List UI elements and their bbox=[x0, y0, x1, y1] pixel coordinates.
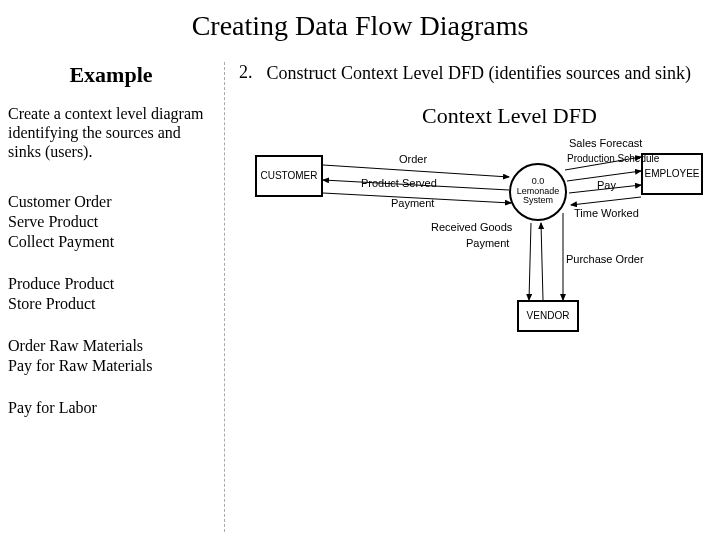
svg-line-6 bbox=[571, 197, 641, 205]
entity-vendor-label: VENDOR bbox=[527, 310, 570, 321]
svg-line-0 bbox=[323, 165, 509, 177]
context-dfd-diagram: CUSTOMER EMPLOYEE VENDOR 0.0 Lemonade Sy… bbox=[241, 135, 711, 395]
flow-purchase-order: Purchase Order bbox=[566, 253, 644, 265]
flow-order: Order bbox=[399, 153, 427, 165]
intro-text: Create a context level diagram identifyi… bbox=[8, 104, 214, 162]
flow-pay: Pay bbox=[597, 179, 616, 191]
flow-product-served: Product Served bbox=[361, 177, 437, 189]
flow-production-schedule: Production Schedule bbox=[567, 153, 659, 164]
flow-payment: Payment bbox=[391, 197, 434, 209]
activity-block-materials: Order Raw MaterialsPay for Raw Materials bbox=[8, 336, 214, 376]
entity-vendor: VENDOR bbox=[517, 300, 579, 332]
entity-customer: CUSTOMER bbox=[255, 155, 323, 197]
process-bubble: 0.0 Lemonade System bbox=[509, 163, 567, 221]
flow-sales-forecast: Sales Forecast bbox=[569, 137, 642, 149]
activity-block-customer: Customer OrderServe ProductCollect Payme… bbox=[8, 192, 214, 252]
flow-time-worked: Time Worked bbox=[574, 207, 639, 219]
step-text: Construct Context Level DFD (identifies … bbox=[267, 62, 691, 85]
svg-line-7 bbox=[541, 223, 543, 300]
svg-line-8 bbox=[529, 223, 531, 300]
activity-block-labor: Pay for Labor bbox=[8, 398, 214, 418]
context-dfd-title: Context Level DFD bbox=[299, 103, 720, 129]
left-column: Example Create a context level diagram i… bbox=[0, 62, 225, 532]
step-number: 2. bbox=[239, 62, 253, 85]
process-name: Lemonade System bbox=[511, 187, 565, 207]
example-heading: Example bbox=[8, 62, 214, 88]
entity-customer-label: CUSTOMER bbox=[260, 170, 317, 181]
slide-title: Creating Data Flow Diagrams bbox=[0, 10, 720, 42]
flow-payment-vendor: Payment bbox=[466, 237, 509, 249]
flow-received-goods: Received Goods bbox=[431, 221, 512, 233]
content-area: Example Create a context level diagram i… bbox=[0, 62, 720, 532]
entity-employee-label: EMPLOYEE bbox=[644, 168, 699, 179]
activity-block-produce: Produce ProductStore Product bbox=[8, 274, 214, 314]
right-column: 2. Construct Context Level DFD (identifi… bbox=[225, 62, 720, 532]
step-row: 2. Construct Context Level DFD (identifi… bbox=[239, 62, 720, 85]
